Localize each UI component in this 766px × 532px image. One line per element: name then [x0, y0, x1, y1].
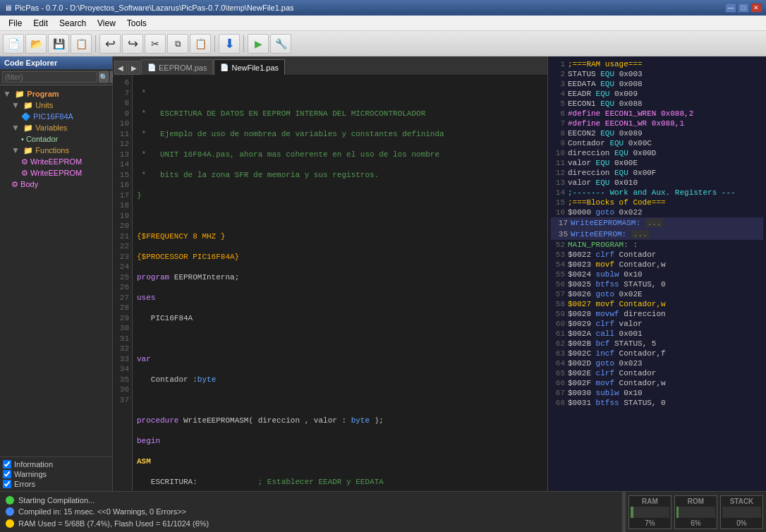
sidebar-filter-input[interactable] — [2, 71, 97, 83]
mem-row: 6#define EECON1_WREN 0x088,2 — [551, 109, 763, 119]
stat-ram-fill — [631, 507, 633, 518]
undo-button[interactable]: ↩ — [99, 34, 121, 54]
maximize-button[interactable]: □ — [738, 3, 749, 13]
stat-stack-label: STACK — [730, 497, 754, 505]
filter-search-icon[interactable]: 🔍 — [99, 71, 109, 83]
tree-contador[interactable]: • Contador — [0, 133, 112, 145]
check-errors[interactable]: Errors — [3, 480, 109, 488]
mem-row: 13valor EQU 0x010 — [551, 178, 763, 188]
menu-file[interactable]: File — [3, 17, 28, 30]
mem-row: 15;===Blocks of Code=== — [551, 198, 763, 207]
status-messages: Starting Compilation... Compiled in: 15 … — [0, 492, 622, 532]
mem-row: 66$002F movf Contador,w — [551, 378, 763, 388]
tree-functions[interactable]: ▼ 📁 Functions — [0, 145, 112, 156]
stat-ram: RAM 7% — [628, 495, 671, 529]
redo-button[interactable]: ↪ — [122, 34, 143, 54]
menu-search[interactable]: Search — [54, 17, 92, 30]
tree-pic16f84a[interactable]: 🔷 PIC16F84A — [0, 111, 112, 122]
status-icon-3 — [6, 519, 14, 528]
stat-ram-label: RAM — [642, 497, 658, 505]
tab-eeprom[interactable]: 📄 EEPROM.pas — [141, 59, 213, 75]
mem-row: 59$0028 movwf direccion — [551, 309, 763, 319]
tab-prev-button[interactable]: ◀ — [114, 61, 127, 75]
tree-variables[interactable]: ▼ 📁 Variables — [0, 122, 112, 133]
mem-row: 1;===RAM usage=== — [551, 59, 763, 69]
code-content[interactable]: * * ESCRITURA DE DATOS EN EEPROM INTERNA… — [133, 75, 547, 491]
tab-eeprom-label: EEPROM.pas — [159, 64, 207, 72]
save-button[interactable]: 💾 — [48, 34, 69, 54]
status-row-1: Starting Compilation... — [6, 496, 616, 504]
mem-row: 10direccion EQU 0x00D — [551, 148, 763, 158]
errors-label: Errors — [14, 480, 35, 488]
stat-rom: ROM 6% — [674, 495, 717, 529]
mem-row: 57$0026 goto 0x02E — [551, 289, 763, 299]
mem-expand-writeeeprom[interactable]: 35WriteEEPROM: ... — [551, 229, 763, 240]
run-button[interactable]: ▶ — [248, 34, 269, 54]
line-numbers: 6 7 8 9 10 11 12 13 14 15 16 17 18 19 20… — [113, 75, 133, 491]
tab-bar: ◀ ▶ 📄 EEPROM.pas 📄 NewFile1.pas — [113, 56, 547, 75]
tab-next-button[interactable]: ▶ — [128, 61, 140, 75]
mem-row: 9Contador EQU 0x00C — [551, 138, 763, 148]
mem-row: 52MAIN_PROGRAM: : — [551, 240, 763, 250]
sidebar: Code Explorer 🔍 ▼ ▼ 📁 Program ▼ 📁 Units … — [0, 56, 113, 491]
minimize-button[interactable]: — — [725, 3, 736, 13]
sidebar-tree: ▼ 📁 Program ▼ 📁 Units 🔷 PIC16F84A ▼ 📁 Va… — [0, 85, 112, 457]
save-as-button[interactable]: 📋 — [71, 34, 92, 54]
mem-expand-writeeepromasm[interactable]: 17WriteEEPROMASM: ... — [551, 217, 763, 229]
menu-edit[interactable]: Edit — [28, 17, 54, 30]
warnings-checkbox[interactable] — [3, 470, 11, 478]
window-title: PicPas - 0.7.0 - D:\Proyectos_Software\L… — [15, 4, 294, 12]
title-text: 🖥 PicPas - 0.7.0 - D:\Proyectos_Software… — [4, 4, 294, 12]
paste-button[interactable]: 📋 — [190, 34, 211, 54]
open-button[interactable]: 📂 — [25, 34, 47, 54]
mem-row: 55$0024 sublw 0x10 — [551, 270, 763, 279]
tab-newfile1-icon: 📄 — [220, 64, 229, 71]
tree-body[interactable]: ⚙ Body — [0, 179, 112, 190]
information-label: Information — [14, 460, 53, 468]
stat-ram-bar — [631, 507, 669, 518]
mem-row: 58$0027 movf Contador,w — [551, 299, 763, 309]
tab-eeprom-icon: 📄 — [147, 64, 156, 71]
new-button[interactable]: 📄 — [3, 34, 24, 54]
check-information[interactable]: Information — [3, 460, 109, 468]
status-icon-1 — [6, 496, 14, 504]
tree-writeeeprom[interactable]: ⚙ WriteEEPROM — [0, 167, 112, 179]
mem-row: 4EEADR EQU 0x009 — [551, 89, 763, 99]
information-checkbox[interactable] — [3, 460, 11, 468]
status-text-3: RAM Used = 5/68B (7.4%), Flash Used = 61… — [18, 519, 209, 528]
check-warnings[interactable]: Warnings — [3, 470, 109, 478]
tab-newfile1[interactable]: 📄 NewFile1.pas — [214, 59, 285, 75]
menu-tools[interactable]: Tools — [121, 17, 152, 30]
stat-rom-fill — [676, 507, 679, 518]
mem-row: 53$0022 clrf Contador — [551, 250, 763, 260]
tree-program[interactable]: ▼ 📁 Program — [0, 88, 112, 99]
mem-row: 12direccion EQU 0x00F — [551, 168, 763, 178]
stat-rom-label: ROM — [688, 497, 704, 505]
mem-row: 11valor EQU 0x00E — [551, 158, 763, 168]
status-text-2: Compiled in: 15 msec. <<0 Warnings, 0 Er… — [18, 507, 186, 516]
build-button[interactable]: ⬇ — [219, 34, 240, 54]
mem-row: 14;------- Work and Aux. Registers --- — [551, 188, 763, 198]
mem-row: 65$002E clrf Contador — [551, 368, 763, 378]
settings-button[interactable]: 🔧 — [270, 34, 291, 54]
cut-button[interactable]: ✂ — [145, 34, 166, 54]
statusbar: Starting Compilation... Compiled in: 15 … — [0, 491, 766, 532]
window-controls: — □ ✕ — [725, 3, 762, 13]
mem-row: 16$0000 goto 0x022 — [551, 207, 763, 217]
toolbar-sep2 — [214, 35, 215, 52]
mem-row: 63$002C incf Contador,f — [551, 349, 763, 358]
menu-view[interactable]: View — [92, 17, 121, 30]
copy-button[interactable]: ⧉ — [167, 34, 188, 54]
stat-stack-value: 0% — [736, 519, 746, 527]
tree-writeeeprom-asm[interactable]: ⚙ WriteEEPROM — [0, 156, 112, 167]
errors-checkbox[interactable] — [3, 480, 11, 488]
close-button[interactable]: ✕ — [750, 3, 762, 13]
mem-row: 54$0023 movf Contador,w — [551, 260, 763, 270]
mem-row: 3EEDATA EQU 0x008 — [551, 79, 763, 89]
mem-row: 64$002D goto 0x023 — [551, 358, 763, 368]
memory-view[interactable]: 1;===RAM usage=== 2STATUS EQU 0x003 3EED… — [548, 56, 766, 491]
status-row-2: Compiled in: 15 msec. <<0 Warnings, 0 Er… — [6, 507, 616, 516]
tree-units[interactable]: ▼ 📁 Units — [0, 99, 112, 111]
mem-row: 60$0029 clrf valor — [551, 319, 763, 329]
mem-row: 68$0031 btfss STATUS, 0 — [551, 398, 763, 408]
